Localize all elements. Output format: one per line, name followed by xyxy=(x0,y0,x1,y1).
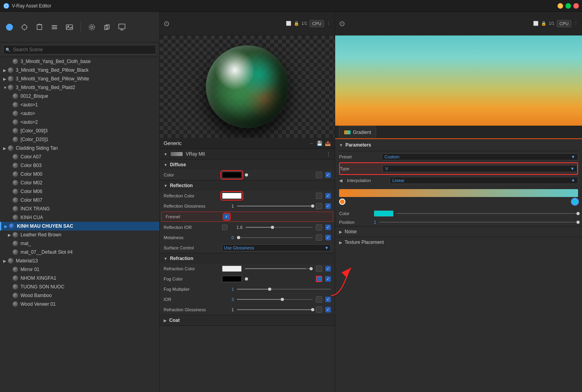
sphere-icon[interactable] xyxy=(4,22,15,33)
light-icon[interactable] xyxy=(19,22,30,33)
glossiness-map-slot[interactable] xyxy=(316,203,322,209)
export-icon[interactable]: 📤 xyxy=(325,141,331,146)
refraction-color-swatch[interactable] xyxy=(222,266,242,272)
ior-checkbox[interactable] xyxy=(325,225,331,230)
position-slider[interactable] xyxy=(379,222,578,223)
list-item[interactable]: ▶ 3_Minotti_Yang_Bed_Pillow_Black xyxy=(0,66,159,74)
diffuse-section-header[interactable]: ▼ Diffuse xyxy=(160,160,335,170)
fog-color-map-slot[interactable] xyxy=(316,276,322,282)
list-item[interactable]: Color A07 xyxy=(0,152,159,161)
list-item[interactable]: INOX TRANG xyxy=(0,204,159,213)
metalness-map-slot[interactable] xyxy=(316,234,322,241)
list-item[interactable]: Mirror 01 xyxy=(0,265,159,274)
fresnel-checkbox[interactable] xyxy=(224,214,229,219)
list-item[interactable]: 0012_Bisque xyxy=(0,92,159,100)
list-item[interactable]: ▶ Material13 xyxy=(0,256,159,265)
list-item[interactable]: TUONG SON NUOC xyxy=(0,282,159,291)
list-item[interactable]: <auto>2 xyxy=(0,118,159,126)
type-dropdown[interactable]: V ▼ xyxy=(382,165,577,172)
list-item[interactable]: [Color_D20]1 xyxy=(0,135,159,144)
refraction-gloss-slot[interactable] xyxy=(316,307,322,313)
more-options-icon-right[interactable]: ⋮ xyxy=(574,21,578,26)
monitor-icon-right[interactable]: ⊙ xyxy=(339,19,345,28)
settings-icon[interactable] xyxy=(86,22,97,33)
back-arrow-icon[interactable]: ◀ xyxy=(339,178,342,183)
list-item[interactable]: Color M02 xyxy=(0,178,159,187)
interpolation-dropdown[interactable]: Linear ▼ xyxy=(390,177,578,184)
reflection-glossiness-slider[interactable] xyxy=(237,206,313,206)
geometry-icon[interactable] xyxy=(34,22,45,33)
maximize-button[interactable] xyxy=(565,3,571,9)
monitor-icon[interactable]: ⊙ xyxy=(164,19,170,28)
refraction-slider[interactable] xyxy=(245,268,313,269)
refraction-ior-slot[interactable] xyxy=(316,296,322,303)
ior-map-slot[interactable] xyxy=(316,224,322,230)
ior-enable-checkbox[interactable] xyxy=(222,225,228,230)
preset-dropdown[interactable]: Custom ▼ xyxy=(382,153,578,160)
list-item[interactable]: Wood Veneer 01 xyxy=(0,300,159,308)
reflection-section-header[interactable]: ▼ Reflection xyxy=(160,180,335,191)
list-item[interactable]: Wood Bamboo xyxy=(0,291,159,300)
cyan-stop-handle[interactable] xyxy=(572,199,578,205)
diffuse-enable-checkbox[interactable] xyxy=(325,172,331,178)
reflection-map-slot[interactable] xyxy=(316,193,322,199)
stop-color-slider[interactable] xyxy=(397,213,578,214)
cpu-badge-right[interactable]: CPU xyxy=(557,20,571,27)
fog-color-swatch[interactable] xyxy=(222,276,242,282)
list-item[interactable]: 3_Minotti_Yang_Bed_Cloth_base xyxy=(0,57,159,66)
refraction-map-slot[interactable] xyxy=(316,266,322,272)
list-item[interactable]: [Color_009]3 xyxy=(0,126,159,135)
noise-header[interactable]: ▶ Noise xyxy=(339,227,578,237)
save-icon[interactable]: 💾 xyxy=(317,141,323,146)
layers-icon[interactable] xyxy=(49,22,60,33)
list-item[interactable]: Color B03 xyxy=(0,161,159,170)
render-icon[interactable] xyxy=(116,22,127,33)
list-item[interactable]: mat_07__Default Slot #4 xyxy=(0,248,159,256)
parameters-header[interactable]: ▼ Parameters xyxy=(339,139,578,151)
reflection-color-swatch[interactable] xyxy=(222,193,242,199)
refraction-ior-slider[interactable] xyxy=(237,299,313,300)
metalness-checkbox[interactable] xyxy=(325,235,331,240)
stop-color-swatch[interactable] xyxy=(374,210,394,217)
fraction-icon-right[interactable]: 1/1 xyxy=(549,21,554,26)
list-item[interactable]: KINH CUA xyxy=(0,213,159,222)
fog-color-checkbox[interactable] xyxy=(325,276,331,282)
window-icon-right[interactable]: ⬜ xyxy=(533,21,539,26)
list-item[interactable]: mat_ xyxy=(0,239,159,248)
glossiness-enable-checkbox[interactable] xyxy=(325,203,331,209)
fog-multiplier-slider[interactable] xyxy=(237,289,331,290)
list-item[interactable]: Color M00 xyxy=(0,170,159,178)
material-options-icon[interactable]: ⋮ xyxy=(326,151,331,157)
texture-placement-header[interactable]: ▶ Texture Placement xyxy=(339,237,578,247)
list-item[interactable]: ▶ Leather Red Brown xyxy=(0,230,159,239)
render-lock-icon[interactable]: 🔒 xyxy=(294,21,299,26)
refraction-ior-checkbox[interactable] xyxy=(325,297,331,302)
refraction-section-header[interactable]: ▼ Refraction xyxy=(160,253,335,264)
refraction-checkbox[interactable] xyxy=(325,266,331,271)
refraction-gloss-checkbox[interactable] xyxy=(325,307,331,312)
fraction-icon[interactable]: 1/1 xyxy=(302,21,307,26)
list-item[interactable]: ▶ Cladding Siding Tan xyxy=(0,144,159,152)
reflection-enable-checkbox[interactable] xyxy=(325,193,331,199)
list-item[interactable]: ▶ 3_Minotti_Yang_Bed_Pillow_White xyxy=(0,74,159,83)
close-button[interactable] xyxy=(573,3,579,9)
list-item-selected[interactable]: ▶ KINH MAU CHUYEN SAC xyxy=(0,222,159,230)
ior-slider[interactable] xyxy=(246,227,313,228)
cpu-badge[interactable]: CPU xyxy=(310,20,324,27)
section-collapse-arrow[interactable]: ▼ xyxy=(164,152,168,156)
list-item[interactable]: <auto>1 xyxy=(0,100,159,109)
list-item[interactable]: Color M07 xyxy=(0,196,159,204)
object-icon[interactable] xyxy=(101,22,112,33)
more-options-icon[interactable]: ⋮ xyxy=(326,21,331,26)
diffuse-color-swatch[interactable] xyxy=(222,172,242,178)
gradient-tab[interactable]: Gradient xyxy=(339,126,376,139)
gradient-bar[interactable] xyxy=(339,189,578,197)
diffuse-map-slot[interactable] xyxy=(316,172,322,178)
arrow-left-icon[interactable]: ← xyxy=(310,141,314,146)
minimize-button[interactable] xyxy=(558,3,563,9)
window-icon[interactable]: ⬜ xyxy=(286,21,291,26)
render-lock-icon-right[interactable]: 🔒 xyxy=(541,21,547,26)
coat-section-header[interactable]: ▶ Coat xyxy=(160,315,335,325)
list-item[interactable]: Color M06 xyxy=(0,187,159,196)
search-input[interactable] xyxy=(3,45,156,54)
